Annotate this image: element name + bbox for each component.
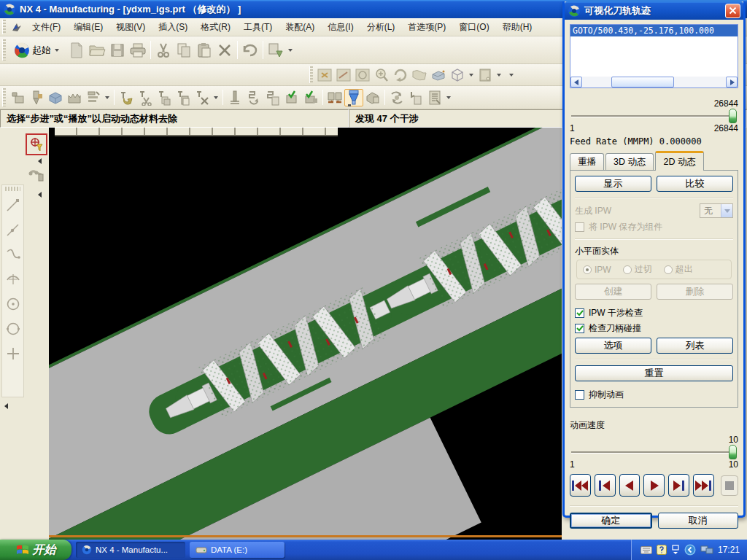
toolbar-grip[interactable] (309, 66, 313, 83)
slider-track[interactable] (571, 451, 737, 454)
selection-filter-icon[interactable] (26, 133, 47, 155)
verify-toolpath-icon[interactable] (344, 89, 363, 106)
line-point-icon[interactable] (3, 217, 23, 242)
go-to-end-button[interactable] (693, 474, 714, 497)
generate-ipw-dropdown[interactable]: 无 (700, 203, 733, 218)
cut-object-icon[interactable] (136, 89, 155, 106)
tab-2d-dynamic[interactable]: 2D 动态 (655, 151, 703, 170)
taskbar-task-data-drive[interactable]: DATA (E:) (190, 542, 285, 558)
line-icon[interactable] (3, 192, 23, 217)
slider-thumb[interactable] (729, 109, 737, 123)
create-tool-icon[interactable] (27, 89, 46, 106)
point-icon[interactable] (3, 341, 23, 366)
holder-collision-checkbox[interactable] (575, 324, 584, 333)
show-button[interactable]: 显示 (575, 176, 651, 192)
shaded-view-icon[interactable] (429, 66, 448, 84)
ok-button[interactable]: 确定 (570, 513, 652, 529)
zoom-in-out-icon[interactable] (372, 66, 391, 84)
graphics-viewport[interactable] (49, 128, 562, 540)
radio-overcut[interactable] (623, 265, 632, 274)
print-icon[interactable] (128, 40, 148, 61)
radio-excess[interactable] (664, 265, 673, 274)
menu-analysis[interactable]: 分析(L) (360, 19, 402, 36)
menu-tools[interactable]: 工具(T) (237, 19, 279, 36)
keyboard-tray-icon[interactable] (640, 546, 652, 554)
delete-icon[interactable] (214, 40, 235, 61)
options-button[interactable]: 选项 (575, 338, 651, 354)
open-file-icon[interactable] (87, 40, 107, 61)
toolpath-listbox[interactable]: GOTO/500.430,-25.176,100.000 (570, 24, 738, 88)
start-button[interactable]: 开始 (0, 540, 71, 560)
scroll-right-icon[interactable] (726, 77, 738, 88)
slider-thumb[interactable] (729, 445, 737, 459)
verify-ok-icon[interactable] (282, 89, 301, 106)
post-process-icon[interactable] (363, 89, 382, 106)
collapse-arrow-icon[interactable] (4, 403, 8, 409)
save-icon[interactable] (107, 40, 128, 61)
delete-button[interactable]: 删除 (657, 284, 733, 300)
menu-view[interactable]: 视图(V) (109, 19, 152, 36)
menubar-grip[interactable] (2, 20, 6, 34)
menu-insert[interactable]: 插入(S) (152, 19, 194, 36)
cut-icon[interactable] (153, 40, 174, 61)
export-icon[interactable] (266, 40, 286, 61)
animation-speed-slider[interactable] (570, 445, 738, 459)
cancel-button[interactable]: 取消 (658, 513, 739, 529)
output-doc-icon[interactable] (425, 89, 444, 106)
edit-object-icon[interactable] (117, 89, 136, 106)
tab-replay[interactable]: 重播 (570, 153, 604, 170)
zoom-circle-icon[interactable] (353, 66, 372, 84)
slider-track[interactable] (571, 115, 737, 117)
stop-button[interactable] (721, 475, 738, 496)
reset-button[interactable]: 重置 (575, 365, 733, 381)
circle-center-icon[interactable] (3, 292, 23, 316)
pan-sheet-icon[interactable] (410, 66, 429, 84)
dropdown-arrow-icon[interactable] (721, 204, 732, 217)
create-method-icon[interactable] (65, 89, 84, 106)
undo-icon[interactable] (240, 40, 260, 61)
delete-object-icon[interactable] (193, 89, 212, 106)
circle-icon[interactable] (3, 316, 23, 341)
copy-object-icon[interactable] (155, 89, 174, 106)
tab-3d-dynamic[interactable]: 3D 动态 (605, 153, 654, 170)
step-forward-button[interactable] (668, 474, 689, 497)
robot-arm-icon[interactable] (26, 166, 47, 187)
play-backward-button[interactable] (619, 474, 640, 497)
dialog-titlebar[interactable]: 可视化刀轨轨迹 (565, 1, 743, 20)
collapse-arrow-icon[interactable] (38, 192, 42, 198)
ipw-interference-checkbox[interactable] (575, 308, 584, 318)
menu-preferences[interactable]: 首选项(P) (401, 19, 452, 36)
list-button[interactable]: 列表 (657, 338, 733, 354)
menu-help[interactable]: 帮助(H) (496, 19, 539, 36)
menu-edit[interactable]: 编辑(E) (67, 19, 109, 36)
help-tray-icon[interactable] (657, 545, 667, 555)
menu-window[interactable]: 窗口(O) (452, 19, 495, 36)
menu-format[interactable]: 格式(R) (194, 19, 237, 36)
menu-file[interactable]: 文件(F) (26, 19, 67, 36)
new-file-icon[interactable] (66, 40, 87, 61)
zoom-box-icon[interactable] (334, 66, 353, 84)
toolbar-overflow-icon[interactable] (509, 74, 514, 77)
layer-settings-icon[interactable] (476, 66, 495, 84)
menu-assemblies[interactable]: 装配(A) (279, 19, 321, 36)
window-tray-icon[interactable] (671, 545, 680, 555)
copy-icon[interactable] (174, 40, 194, 61)
create-button[interactable]: 创建 (575, 284, 651, 300)
compare-button[interactable]: 比较 (657, 176, 733, 192)
output-list-icon[interactable] (406, 89, 425, 106)
save-ipw-checkbox[interactable] (575, 222, 584, 232)
arc-icon[interactable] (3, 267, 23, 292)
close-icon[interactable] (725, 4, 740, 18)
start-menu-button[interactable]: 起始 (8, 39, 66, 61)
menu-information[interactable]: 信息(I) (321, 19, 360, 36)
list-output-icon[interactable] (263, 89, 282, 106)
rotate-view-icon[interactable] (391, 66, 410, 84)
fit-view-icon[interactable] (315, 66, 334, 84)
sync-output-icon[interactable] (387, 89, 406, 106)
replay-toolpath-icon[interactable] (244, 89, 263, 106)
create-operation-icon[interactable] (84, 89, 103, 106)
spline-icon[interactable] (3, 242, 23, 267)
toolpath-position-slider[interactable] (570, 109, 738, 123)
toolbar-grip[interactable] (2, 39, 6, 61)
go-to-start-button[interactable] (570, 474, 591, 497)
